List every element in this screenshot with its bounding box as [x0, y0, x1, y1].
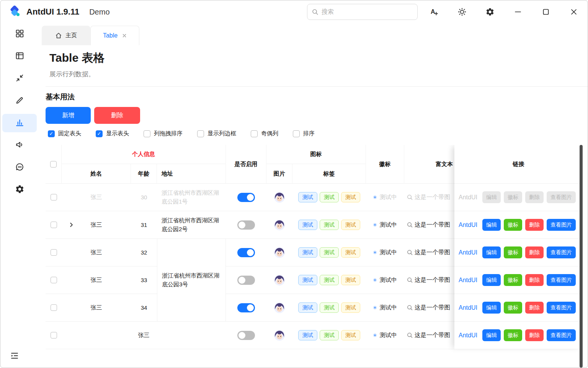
view-image-button[interactable]: 查看图片 — [547, 302, 576, 314]
row-select-cell — [46, 211, 62, 239]
row-checkbox[interactable] — [51, 277, 57, 283]
row-checkbox[interactable] — [51, 304, 57, 311]
enabled-toggle[interactable] — [237, 303, 255, 312]
table-vertical-scrollbar[interactable] — [580, 145, 583, 368]
table-option[interactable]: 显示列边框 — [197, 130, 236, 137]
magnifier-icon — [407, 249, 413, 256]
table-option[interactable]: 奇偶列 — [251, 130, 278, 137]
view-image-button[interactable]: 查看图片 — [547, 219, 576, 231]
edit-button[interactable]: 编辑 — [482, 219, 501, 231]
badge-button[interactable]: 徽标 — [504, 191, 522, 203]
tab-table-label: Table — [103, 32, 118, 39]
enabled-toggle[interactable] — [237, 220, 255, 230]
expand-row-button[interactable] — [67, 221, 75, 229]
edit-button[interactable]: 编辑 — [482, 302, 501, 314]
select-all-checkbox[interactable] — [50, 161, 57, 168]
antdui-link[interactable]: AntdUI — [459, 249, 477, 256]
age-cell: 32 — [131, 239, 157, 266]
enabled-toggle[interactable] — [237, 276, 255, 285]
sidebar-item-layout[interactable] — [2, 47, 37, 66]
delete-row-button[interactable]: 删除 — [525, 219, 544, 231]
translate-button[interactable]: A — [425, 4, 443, 20]
view-image-button[interactable]: 查看图片 — [547, 246, 576, 258]
edit-button[interactable]: 编辑 — [482, 329, 501, 341]
badge-button[interactable]: 徽标 — [504, 274, 522, 286]
sidebar-item-chart-active[interactable] — [2, 114, 37, 132]
minimize-button[interactable] — [509, 4, 527, 20]
sidebar-item-shrink[interactable] — [2, 69, 37, 88]
table-option[interactable]: 显示表头 — [96, 130, 129, 137]
delete-row-button[interactable]: 删除 — [525, 329, 544, 341]
collapse-sidebar-button[interactable] — [0, 348, 39, 365]
enabled-toggle[interactable] — [237, 248, 255, 257]
sidebar-item-settings[interactable] — [2, 181, 37, 199]
view-image-button[interactable]: 查看图片 — [547, 274, 576, 286]
richtext-text: 这是一个带图 — [415, 276, 450, 284]
delete-row-button[interactable]: 删除 — [525, 191, 544, 203]
badge-button[interactable]: 徽标 — [504, 246, 522, 258]
delete-row-button[interactable]: 删除 — [525, 246, 544, 258]
tab-close-icon[interactable] — [122, 33, 127, 38]
row-checkbox[interactable] — [51, 249, 57, 256]
enabled-toggle[interactable] — [237, 331, 255, 340]
antdui-link[interactable]: AntdUI — [459, 304, 477, 311]
delete-row-button[interactable]: 删除 — [525, 274, 544, 286]
antdui-link[interactable]: AntdUI — [459, 222, 477, 228]
sidebar-spacer — [0, 203, 39, 348]
image-cell — [266, 322, 292, 349]
row-age: 32 — [141, 249, 147, 256]
row-checkbox[interactable] — [51, 194, 57, 200]
option-checkbox[interactable] — [144, 130, 150, 137]
view-image-button[interactable]: 查看图片 — [547, 191, 576, 203]
badge-button[interactable]: 徽标 — [504, 302, 522, 314]
tag: 测试 — [298, 247, 317, 258]
option-checkbox[interactable] — [251, 130, 258, 137]
badge-button[interactable]: 徽标 — [504, 219, 522, 231]
option-checkbox[interactable] — [197, 130, 204, 137]
tab-table-active[interactable]: Table — [90, 26, 139, 45]
edit-button[interactable]: 编辑 — [482, 274, 501, 286]
close-button[interactable] — [565, 4, 583, 20]
table-option[interactable]: 排序 — [293, 130, 315, 137]
link-actions-row: AntdUI编辑徽标删除查看图片 — [454, 322, 583, 349]
sidebar-item-edit[interactable] — [2, 92, 37, 110]
antdui-link[interactable]: AntdUI — [459, 277, 477, 284]
table-option[interactable]: 列拖拽排序 — [144, 130, 183, 137]
theme-light-button[interactable] — [453, 4, 471, 20]
delete-row-button[interactable]: 删除 — [525, 302, 544, 314]
antdui-link[interactable]: AntdUI — [459, 332, 477, 339]
maximize-button[interactable] — [537, 4, 555, 20]
row-checkbox[interactable] — [51, 332, 57, 338]
age-cell: 31 — [131, 211, 157, 239]
tab-home[interactable]: 主页 — [42, 26, 90, 45]
option-label: 奇偶列 — [261, 130, 278, 137]
delete-button[interactable]: 删除 — [94, 107, 140, 124]
option-checkbox[interactable] — [48, 130, 55, 137]
edit-button[interactable]: 编辑 — [482, 246, 501, 258]
settings-button[interactable] — [481, 4, 499, 20]
edit-button[interactable]: 编辑 — [482, 191, 501, 203]
option-checkbox[interactable] — [293, 130, 300, 137]
sidebar-item-overview[interactable] — [2, 25, 37, 43]
antdui-link[interactable]: AntdUI — [459, 194, 477, 201]
view-image-button[interactable]: 查看图片 — [547, 329, 576, 341]
row-name: 张三 — [91, 221, 102, 228]
sidebar-item-message[interactable] — [2, 158, 37, 177]
frozen-link-column: 链接 AntdUI编辑徽标删除查看图片AntdUI编辑徽标删除查看图片AntdU… — [454, 145, 583, 349]
search-input[interactable] — [322, 8, 413, 15]
enabled-cell — [226, 322, 266, 349]
enabled-toggle[interactable] — [237, 193, 255, 202]
row-checkbox[interactable] — [51, 222, 57, 228]
group-header-icon: 图标 — [266, 145, 366, 164]
add-button[interactable]: 新增 — [46, 107, 91, 124]
name-cell: 张三 — [62, 211, 131, 239]
avatar — [274, 330, 285, 341]
option-checkbox[interactable] — [96, 130, 103, 137]
search-box[interactable] — [307, 4, 418, 20]
badge-button[interactable]: 徽标 — [504, 329, 522, 341]
table-option[interactable]: 固定表头 — [48, 130, 81, 137]
page-title: Table 表格 — [49, 51, 588, 65]
col-header-tag: 标签 — [292, 164, 366, 184]
sidebar-item-sound[interactable] — [2, 136, 37, 154]
tag: 测试 — [320, 275, 339, 285]
